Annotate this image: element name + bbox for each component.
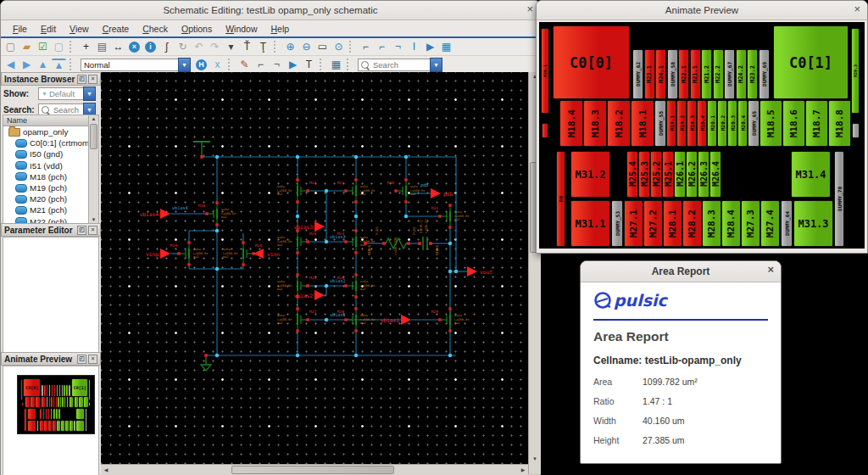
info-icon[interactable]: i	[145, 42, 156, 53]
layout-block-M25.1[interactable]: M25.1	[662, 151, 674, 198]
layout-block-DUMMY_55[interactable]: DUMMY_55	[654, 100, 666, 147]
layout-block-DUMMY_70[interactable]: DUMMY_70	[834, 151, 844, 247]
layout-block-M28.4[interactable]: M28.4	[721, 200, 741, 247]
layout-block-M27.1[interactable]: M27.1	[624, 200, 643, 247]
port-arrow-vbias3[interactable]	[314, 221, 325, 232]
layout-block-C0[1][interactable]: C0[1]	[773, 25, 849, 99]
animate-preview-header[interactable]: Animate Preview ◰ ×	[1, 352, 101, 366]
schematic-canvas[interactable]: M18w=5uL=500.0nm=2M19w=5uL=500.0nm=2M20w…	[101, 72, 528, 464]
layout-block-M24.2[interactable]: M24.2	[736, 49, 747, 99]
layout-block-C0[0][interactable]: C0[0]	[23, 378, 41, 397]
layout-block-M18.1[interactable]: M18.1	[631, 100, 654, 147]
tree-item[interactable]: M18 (pch)	[3, 171, 98, 182]
main-window-titlebar[interactable]: Schematic Editing: testLib opamp_only sc…	[1, 1, 540, 20]
area-report-titlebar[interactable]: Area Report ×	[581, 261, 781, 282]
clear-view-icon[interactable]: x	[210, 58, 225, 71]
layout-block-R0[interactable]	[24, 408, 26, 432]
panel-close-icon[interactable]: ×	[88, 355, 97, 364]
forward-icon[interactable]: ▶	[19, 58, 34, 71]
new-file-icon[interactable]: ▢	[3, 40, 18, 53]
chevron-down-icon[interactable]: ▼	[430, 58, 442, 72]
panel-close-icon[interactable]: ×	[88, 226, 97, 235]
panel-float-icon[interactable]: ◰	[77, 355, 86, 364]
layout-block-M26.1[interactable]: M26.1	[674, 151, 686, 198]
port-arrow-vout[interactable]	[467, 266, 477, 277]
layout-block-M29.3[interactable]: M29.3	[851, 28, 860, 114]
layout-block-M25.4[interactable]: M25.4	[626, 151, 638, 198]
layout-block-M18.4[interactable]: M18.4	[559, 100, 583, 147]
layout-block-M28.3[interactable]: M28.3	[702, 200, 721, 247]
tree-root-opamp_only[interactable]: opamp_only	[3, 126, 98, 137]
layout-block-C0[0][interactable]: C0[0]	[553, 25, 630, 99]
layout-block-M27.4[interactable]: M27.4	[760, 200, 780, 247]
animate-window-titlebar[interactable]: Animate Preview ×	[537, 1, 867, 20]
top-icon[interactable]: ▲	[52, 59, 66, 70]
layout-block-M28.2[interactable]: M28.2	[682, 200, 702, 247]
layout-view[interactable]: M29.1C0[0]DUMMY_62M23.1M24.1DUMMY_58M22.…	[539, 22, 865, 249]
layout-block[interactable]	[21, 402, 24, 406]
tree-scrollbar[interactable]: ▲ ▼	[88, 115, 98, 224]
open-folder-icon[interactable]: ▰	[19, 40, 34, 53]
layout-block-M18.6[interactable]: M18.6	[782, 100, 805, 147]
close-icon[interactable]: ×	[767, 263, 774, 276]
table-icon[interactable]: ▦	[439, 40, 453, 53]
layout-block-M22.1[interactable]: M22.1	[678, 49, 689, 99]
route-l-icon[interactable]: ⌐	[375, 40, 389, 53]
layout-block-M26.4[interactable]	[58, 408, 61, 420]
layout-block-M19.4[interactable]: M19.4	[697, 100, 707, 147]
layout-block-M21.1[interactable]: M21.1	[690, 49, 701, 99]
layout-block-M26.4[interactable]: M26.4	[709, 151, 721, 198]
save-view-icon[interactable]: H	[196, 59, 207, 70]
up-icon[interactable]: ▲	[36, 58, 50, 71]
port-arrow-vbias2[interactable]	[314, 290, 325, 300]
edit-route-icon[interactable]: ⌐	[253, 58, 268, 71]
layout-block-M18.8[interactable]: M18.8	[828, 100, 851, 147]
layout-block[interactable]	[852, 123, 860, 138]
panel-close-icon[interactable]: ×	[88, 75, 97, 84]
port-arrow-vinp[interactable]	[160, 249, 170, 259]
stretch-icon[interactable]: ↔	[111, 40, 125, 53]
undo-icon[interactable]: ↶	[192, 40, 206, 53]
layout-block-M23.2[interactable]: M23.2	[747, 49, 758, 99]
layout-block-DUMMY_53[interactable]: DUMMY_53	[611, 200, 623, 247]
scroll-up-icon[interactable]: ▲	[89, 115, 98, 123]
layout-block-M22.2[interactable]: M22.2	[713, 49, 724, 99]
layout-block-M26.2[interactable]: M26.2	[686, 151, 698, 198]
menu-options[interactable]: Options	[175, 22, 219, 36]
menu-window[interactable]: Window	[219, 22, 264, 36]
layout-block-M27.3[interactable]: M27.3	[741, 200, 760, 247]
more-icon[interactable]: ▾	[224, 40, 238, 53]
layout-block-M31.4[interactable]	[75, 408, 85, 420]
bus-icon[interactable]: Ⅰ	[407, 40, 421, 53]
layout-block-M28.1[interactable]: M28.1	[663, 200, 682, 247]
flag-icon[interactable]: ▶	[423, 40, 437, 53]
layout-block-M18.8[interactable]	[83, 396, 89, 408]
zoom-in-icon[interactable]: ⊕	[283, 40, 298, 53]
layout-block-M21.2[interactable]: M21.2	[701, 49, 712, 99]
layout-block-M27.2[interactable]: M27.2	[643, 200, 663, 247]
toolbar-search-combo[interactable]: ▼	[358, 59, 442, 71]
layout-block-M31.1[interactable]	[27, 420, 36, 432]
layout-block-M31.2[interactable]: M31.2	[570, 151, 610, 198]
scroll-down-icon[interactable]: ▼	[529, 455, 541, 463]
menu-file[interactable]: File	[6, 22, 34, 36]
instance-browser-header[interactable]: Instance Browser ◰ ×	[1, 72, 101, 86]
layout-block-M18.7[interactable]: M18.7	[805, 100, 828, 147]
zoom-area-icon[interactable]: ⊙	[331, 40, 346, 53]
zoom-out-icon[interactable]: ⊖	[299, 40, 314, 53]
layout-block-M19.1[interactable]: M19.1	[666, 100, 676, 147]
port-arrow-vinn[interactable]	[253, 249, 264, 259]
parameter-editor-header[interactable]: Parameter Editor ◰ ×	[1, 223, 101, 237]
port-arrow-vbias4[interactable]	[160, 209, 170, 219]
menu-create[interactable]: Create	[96, 22, 136, 36]
properties-icon[interactable]: ▤	[95, 40, 109, 53]
layout-block-M25.2[interactable]: M25.2	[650, 151, 662, 198]
layout-block-M20.3[interactable]: M20.3	[727, 100, 737, 147]
tree-item[interactable]: I50 (gnd)	[3, 148, 98, 159]
redo-icon[interactable]: ↷	[208, 40, 222, 53]
zoom-fit-icon[interactable]: ▭	[315, 40, 330, 53]
layout-block-DUMMY_69[interactable]: DUMMY_69	[759, 49, 770, 99]
layout-block-M19.3[interactable]: M19.3	[687, 100, 697, 147]
port-arrow-vbias1[interactable]	[401, 315, 411, 325]
tree-item[interactable]: I51 (vdd)	[3, 160, 98, 171]
